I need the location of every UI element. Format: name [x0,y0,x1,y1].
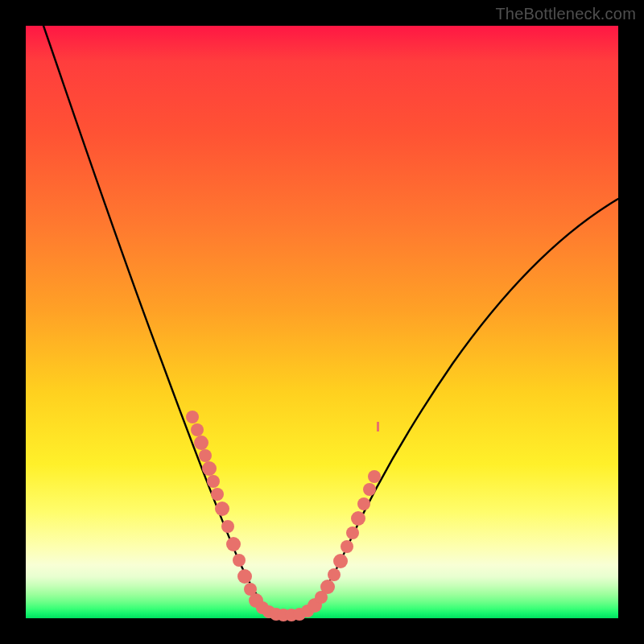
svg-point-1 [191,423,204,436]
svg-point-27 [346,526,359,539]
svg-point-25 [333,554,348,568]
bottleneck-curve [43,26,618,616]
svg-point-24 [328,568,341,581]
svg-point-9 [226,537,241,551]
svg-point-2 [194,436,208,450]
svg-point-26 [341,540,353,553]
svg-point-31 [368,470,381,483]
chart-frame: TheBottleneck.com [0,0,644,644]
svg-point-6 [211,488,224,501]
svg-point-7 [215,502,229,516]
svg-point-23 [320,580,335,594]
svg-point-30 [363,483,376,496]
svg-point-4 [202,461,217,476]
svg-point-28 [351,511,365,526]
watermark-text: TheBottleneck.com [495,5,636,23]
highlighted-points [186,411,381,621]
chart-overlay [26,26,618,618]
svg-rect-32 [377,422,379,431]
svg-point-10 [233,554,246,567]
svg-point-0 [186,411,199,423]
svg-point-11 [237,569,252,584]
svg-point-8 [221,520,234,533]
svg-point-5 [207,475,220,488]
svg-point-3 [199,449,212,462]
svg-point-29 [357,497,370,510]
